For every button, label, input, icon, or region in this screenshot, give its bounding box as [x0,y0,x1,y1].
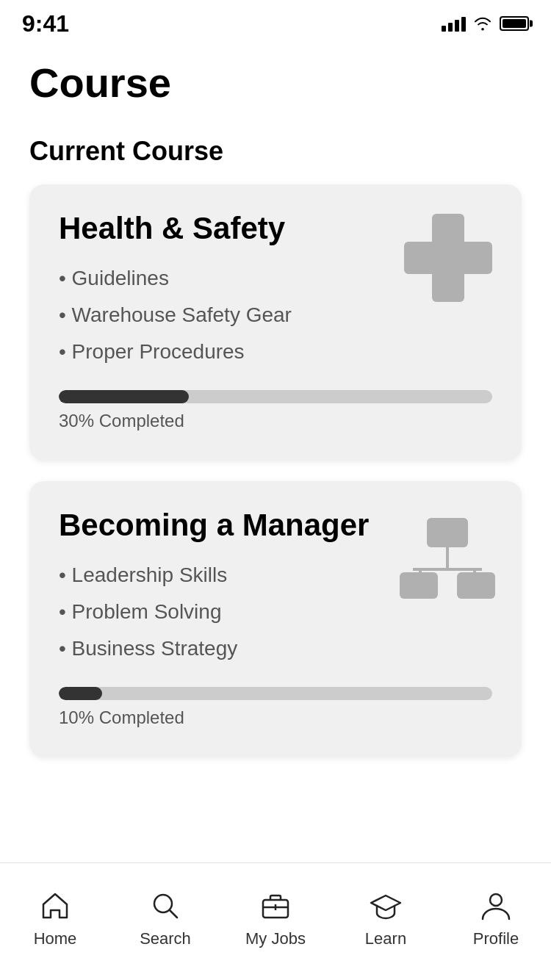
graduation-icon [368,888,403,923]
svg-line-1 [170,910,177,918]
progress-label: 10% Completed [59,707,184,727]
progress-bar-fill [59,390,189,403]
status-time: 9:41 [22,10,69,37]
nav-item-my-jobs[interactable]: My Jobs [220,888,331,948]
progress-label: 30% Completed [59,411,184,430]
nav-item-search[interactable]: Search [110,888,220,948]
course-topic: Warehouse Safety Gear [59,303,492,327]
progress-bar-track [59,687,492,700]
progress-container-health-safety: 30% Completed [59,390,492,431]
nav-label-learn: Learn [365,929,406,948]
progress-bar-fill [59,687,102,700]
signal-icon [442,15,466,32]
course-topic: Business Strategy [59,637,492,660]
health-cross-icon [404,214,492,302]
status-icons [442,15,529,32]
progress-container-becoming-manager: 10% Completed [59,687,492,728]
course-card-health-safety[interactable]: Health & Safety Guidelines Warehouse Saf… [29,184,522,461]
nav-label-home: Home [34,929,77,948]
nav-item-home[interactable]: Home [0,888,110,948]
page-content: Course Current Course Health & Safety Gu… [0,44,551,896]
course-card-becoming-manager[interactable]: Becoming a Manager Leadership Skills Pro… [29,481,522,757]
page-title: Course [29,59,522,107]
progress-bar-track [59,390,492,403]
bottom-nav: Home Search My Jobs [0,862,551,980]
org-chart-icon [400,518,495,599]
course-topic: Problem Solving [59,600,492,624]
svg-point-6 [490,894,502,906]
section-title: Current Course [29,136,522,167]
briefcase-icon [258,888,293,923]
course-topic: Proper Procedures [59,340,492,364]
nav-label-search: Search [140,929,191,948]
svg-marker-5 [371,896,400,910]
nav-item-learn[interactable]: Learn [331,888,441,948]
nav-label-my-jobs: My Jobs [245,929,306,948]
search-icon [148,888,183,923]
status-bar: 9:41 [0,0,551,44]
wifi-icon [473,16,492,31]
nav-label-profile: Profile [473,929,519,948]
nav-item-profile[interactable]: Profile [441,888,551,948]
battery-icon [500,16,529,31]
home-icon [37,888,73,923]
person-icon [478,888,514,923]
